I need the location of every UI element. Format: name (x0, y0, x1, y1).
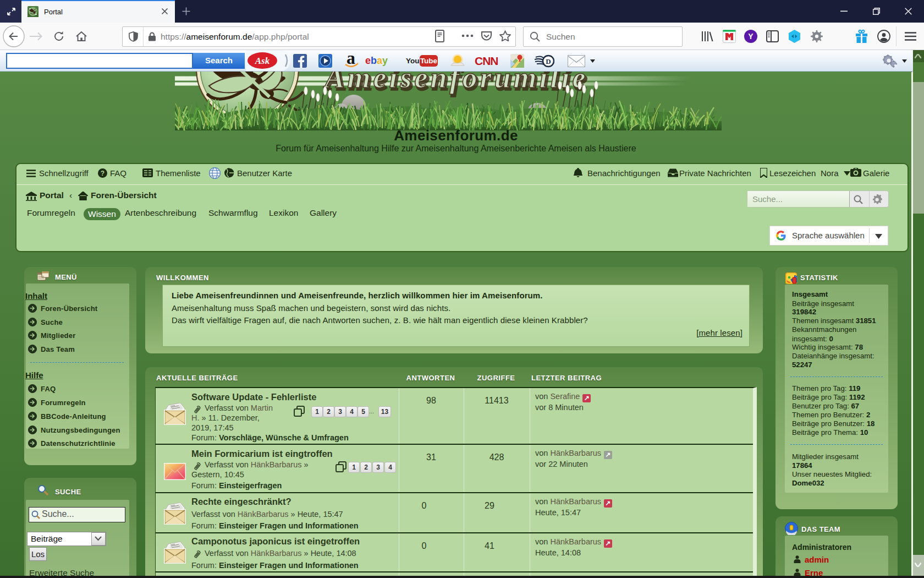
svg-text:D: D (546, 57, 551, 66)
svg-text:CNN: CNN (475, 54, 498, 67)
svg-text:ebay: ebay (365, 56, 388, 66)
svg-text:Tube: Tube (420, 57, 438, 65)
svg-text:You: You (406, 57, 420, 65)
svg-text:Y: Y (748, 32, 754, 41)
svg-text:Ameisenforumilie: Ameisenforumilie (323, 72, 588, 94)
svg-text:?: ? (101, 170, 105, 177)
svg-text:Ask: Ask (255, 56, 270, 66)
